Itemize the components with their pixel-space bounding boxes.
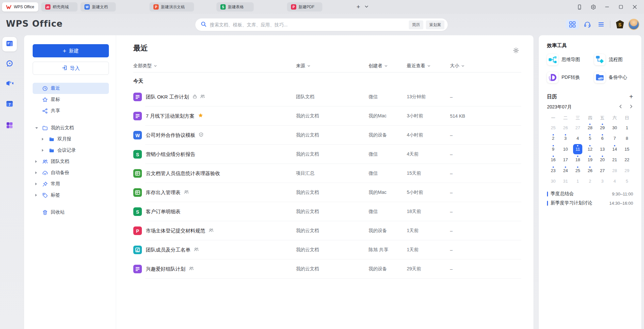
sidebar-item-会议记录[interactable]: 会议记录: [33, 145, 109, 156]
tool-思维导图[interactable]: 思维导图: [547, 54, 594, 65]
search-tag[interactable]: 策划案: [426, 20, 444, 29]
app-rail-video[interactable]: [5, 79, 14, 89]
calendar-day[interactable]: 8: [622, 133, 631, 143]
sidebar-item-最近[interactable]: 最近: [33, 83, 109, 94]
caret-right-icon[interactable]: [42, 149, 48, 152]
calendar-day[interactable]: 29: [598, 123, 607, 133]
calendar-day[interactable]: 29: [622, 165, 631, 176]
calendar-day[interactable]: 10: [561, 144, 570, 154]
file-row[interactable]: S客户订单明细表我的云文档微信18天前–: [133, 202, 521, 221]
caret-right-icon[interactable]: [35, 194, 42, 196]
calendar-day[interactable]: 2: [549, 133, 558, 143]
calendar-day[interactable]: 4: [610, 176, 619, 186]
file-row[interactable]: P市场主体登记提交材料规范我的云文档我的设备1天前–: [133, 221, 521, 240]
calendar-day[interactable]: 6: [598, 133, 607, 143]
sidebar-item-常用[interactable]: 常用: [33, 178, 109, 190]
filter-dropdown-大小[interactable]: 大小: [450, 62, 465, 70]
calendar-day[interactable]: 26: [585, 165, 595, 176]
calendar-day[interactable]: 5: [622, 176, 631, 186]
calendar-day[interactable]: 20: [598, 155, 607, 165]
calendar-day[interactable]: 26: [561, 123, 570, 133]
calendar-day[interactable]: 3: [598, 176, 607, 186]
search-input[interactable]: [210, 22, 409, 27]
calendar-day[interactable]: 22: [622, 155, 631, 165]
calendar-day-selected[interactable]: 11: [573, 144, 582, 154]
caret-right-icon[interactable]: [35, 183, 42, 185]
file-row[interactable]: 云文档管人员信息统计表理器验收项目汇总微信15天前–: [133, 164, 521, 183]
calendar-day[interactable]: 30: [610, 123, 619, 133]
calendar-day[interactable]: 9: [549, 144, 558, 154]
mobile-device-icon[interactable]: [576, 4, 583, 10]
calendar-day[interactable]: 12: [585, 144, 595, 154]
sidebar-item-双月报[interactable]: 双月报: [33, 134, 109, 145]
search-bar[interactable]: 简历策划案: [195, 18, 448, 31]
tool-备份中心[interactable]: 备份中心: [594, 72, 633, 83]
calendar-prev-icon[interactable]: [619, 104, 623, 110]
window-tab-6[interactable]: P新建PDF: [287, 2, 322, 12]
apps-grid-icon[interactable]: [566, 19, 579, 29]
calendar-day[interactable]: 21: [610, 155, 619, 165]
appearance-icon[interactable]: [590, 4, 596, 10]
calendar-day[interactable]: 23: [549, 165, 558, 176]
app-rail-docs[interactable]: [2, 37, 17, 51]
filter-dropdown-全部类型[interactable]: 全部类型: [133, 62, 157, 70]
app-rail-chat[interactable]: [5, 59, 14, 69]
calendar-day[interactable]: 4: [573, 133, 582, 143]
window-tab-1[interactable]: WPS Office: [2, 2, 38, 12]
calendar-day[interactable]: 2: [585, 176, 595, 186]
import-button[interactable]: 导入: [33, 62, 109, 75]
new-tab-button[interactable]: +: [354, 3, 362, 11]
support-headset-icon[interactable]: [584, 21, 591, 28]
app-rail-calendar[interactable]: 7: [5, 100, 14, 109]
menu-icon[interactable]: [597, 21, 605, 28]
calendar-day[interactable]: 25: [573, 165, 582, 176]
add-event-button[interactable]: +: [629, 93, 633, 100]
calendar-day[interactable]: 3: [561, 133, 570, 143]
caret-down-icon[interactable]: [35, 127, 42, 129]
calendar-day[interactable]: 25: [549, 123, 558, 133]
caret-right-icon[interactable]: [42, 138, 48, 140]
sidebar-item-回收站[interactable]: 回收站: [33, 207, 109, 218]
sidebar-item-自动备份[interactable]: 自动备份: [33, 167, 109, 178]
calendar-day[interactable]: 17: [561, 155, 570, 165]
calendar-event[interactable]: 季度总结会9:30–11:00: [547, 189, 633, 198]
calendar-day[interactable]: 27: [598, 165, 607, 176]
membership-badge-icon[interactable]: S: [615, 20, 625, 29]
calendar-day[interactable]: 30: [549, 176, 558, 186]
filter-dropdown-创建者[interactable]: 创建者: [369, 62, 388, 70]
file-row[interactable]: 团队成员及分工名单我的云文档陈旭 共享1天前–: [133, 240, 521, 259]
calendar-day[interactable]: 24: [561, 165, 570, 176]
sidebar-item-我的云文档[interactable]: 我的云文档: [33, 122, 109, 134]
file-row[interactable]: 7 月线下活动策划方案我的云文档我的Mac3小时前514 KB: [133, 106, 521, 126]
minimize-icon[interactable]: [604, 4, 610, 10]
close-icon[interactable]: [631, 4, 638, 10]
sidebar-item-标签[interactable]: 标签: [33, 190, 109, 201]
new-document-button[interactable]: + 新建: [33, 44, 109, 57]
calendar-day[interactable]: 19: [585, 155, 595, 165]
calendar-day[interactable]: 31: [561, 176, 570, 186]
user-avatar[interactable]: [628, 19, 639, 30]
calendar-day[interactable]: 14: [610, 144, 619, 154]
calendar-day[interactable]: 15: [622, 144, 631, 154]
calendar-day[interactable]: 28: [610, 165, 619, 176]
file-row[interactable]: S营销小组业绩分析报告我的云文档微信4天前–: [133, 145, 521, 164]
caret-right-icon[interactable]: [35, 171, 42, 174]
calendar-day[interactable]: 27: [573, 123, 582, 133]
calendar-event[interactable]: 新季度学习计划讨论14:30–16:00: [547, 198, 633, 208]
sidebar-item-星标[interactable]: 星标: [33, 94, 109, 105]
filter-dropdown-最近查看[interactable]: 最近查看: [407, 62, 431, 70]
calendar-day[interactable]: 13: [598, 144, 607, 154]
calendar-day[interactable]: 28: [585, 123, 595, 133]
window-tab-2[interactable]: 稻壳商城: [41, 2, 78, 12]
window-tab-5[interactable]: S新建表格: [216, 2, 254, 12]
calendar-day[interactable]: 7: [610, 133, 619, 143]
search-tag[interactable]: 简历: [409, 20, 423, 29]
list-settings-gear-icon[interactable]: [513, 47, 519, 55]
calendar-day[interactable]: 1: [573, 176, 582, 186]
maximize-icon[interactable]: [618, 4, 624, 10]
filter-dropdown-来源[interactable]: 来源: [296, 62, 310, 70]
calendar-day[interactable]: 18: [573, 155, 582, 165]
window-tab-3[interactable]: W新建文档: [80, 2, 116, 12]
calendar-day[interactable]: 5: [585, 133, 595, 143]
calendar-day[interactable]: 16: [549, 155, 558, 165]
